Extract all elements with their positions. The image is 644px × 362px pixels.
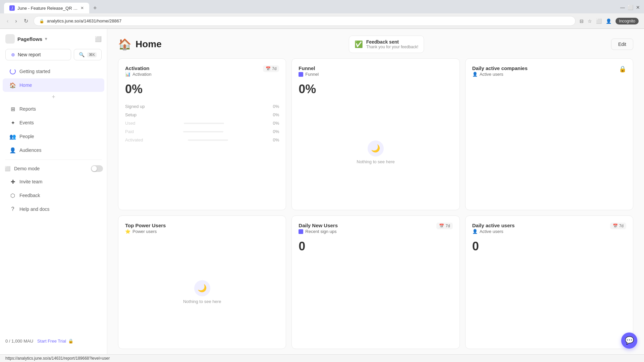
tpu-card-title-area: Top Power Users ⭐ Power users xyxy=(125,223,166,234)
activation-card: Activation 📊 Activation 📅 7d 0% Signed xyxy=(118,58,286,210)
invite-team-label: Invite team xyxy=(19,179,42,184)
sidebar-item-feedback[interactable]: ⬡ Feedback xyxy=(3,189,104,202)
edit-button[interactable]: Edit xyxy=(611,39,633,50)
sidebar-header: Pageflows ▾ ⬜ xyxy=(0,34,107,49)
sidebar-item-reports[interactable]: ⊞ Reports xyxy=(3,102,104,116)
activation-card-value: 0% xyxy=(125,82,279,96)
funnel-empty-state: 🌙 Nothing to see here xyxy=(299,102,452,203)
sidebar-item-people[interactable]: 👥 People xyxy=(3,130,104,143)
dau-subtitle-icon: 👤 xyxy=(472,229,478,234)
signed-up-label: Signed up xyxy=(125,104,145,109)
demo-mode-toggle[interactable] xyxy=(91,165,103,172)
signed-up-val: 0% xyxy=(273,104,279,109)
funnel-card-title-area: Funnel Funnel xyxy=(299,65,319,77)
profile-icon[interactable]: 👤 xyxy=(606,18,611,24)
toggle-knob xyxy=(92,166,97,171)
active-tab[interactable]: J June - Feature Release_QR Code... ✕ xyxy=(4,3,89,13)
cast-icon[interactable]: ⊟ xyxy=(580,18,584,24)
calendar-icon: 📅 xyxy=(266,66,271,71)
feedback-check-icon: ✅ xyxy=(355,40,363,48)
funnel-card-title: Funnel xyxy=(299,65,319,71)
daily-active-companies-card: Daily active companies 👤 Active users 🔒 xyxy=(465,58,633,210)
setup-val: 0% xyxy=(273,112,279,117)
sidebar-item-audiences[interactable]: 👤 Audiences xyxy=(3,143,104,157)
daily-active-users-card: Daily active users 👤 Active users 📅 7d 0 xyxy=(465,216,633,349)
home-label: Home xyxy=(19,82,32,88)
activation-card-badge: 📅 7d xyxy=(263,65,279,72)
tpu-empty-text: Nothing to see here xyxy=(183,299,221,304)
workspace-icon xyxy=(5,34,15,44)
demo-mode-label: Demo mode xyxy=(14,166,91,171)
extension-icon[interactable]: ⬜ xyxy=(596,18,602,24)
sidebar-nav: Getting started 🏠 Home + ⊞ Reports ✦ Eve… xyxy=(0,64,107,333)
chat-widget-button[interactable]: 💬 xyxy=(621,333,637,349)
activation-subtitle-icon: 📊 xyxy=(125,72,130,77)
browser-chrome: J June - Feature Release_QR Code... ✕ + … xyxy=(0,0,644,29)
dnu-card-title-area: Daily New Users Recent sign ups xyxy=(299,223,338,234)
dac-card-subtitle: 👤 Active users xyxy=(472,72,528,77)
main-content: 🏠 Home ✅ Feedback sent Thank you for you… xyxy=(107,29,644,354)
help-docs-label: Help and docs xyxy=(19,206,50,212)
daily-new-users-card: Daily New Users Recent sign ups 📅 7d 0 xyxy=(291,216,460,349)
search-kbd: ⌘K xyxy=(87,52,97,57)
sidebar-item-events[interactable]: ✦ Events xyxy=(3,116,104,129)
used-bar xyxy=(184,123,224,124)
activated-bar xyxy=(188,139,228,141)
start-trial-button[interactable]: Start Free Trial 🔒 xyxy=(37,339,73,344)
tpu-empty-state: 🌙 Nothing to see here xyxy=(125,242,279,342)
sidebar-actions: ⊕ New report 🔍 ⌘K xyxy=(0,49,107,64)
workspace-name[interactable]: Pageflows ▾ xyxy=(5,34,47,44)
feedback-icon: ⬡ xyxy=(9,192,16,199)
lock-url-icon: 🔒 xyxy=(39,19,44,23)
incognito-badge: Incognito xyxy=(615,18,639,24)
bookmark-icon[interactable]: ☆ xyxy=(588,18,592,24)
dau-card-value: 0 xyxy=(472,239,626,253)
refresh-button[interactable]: ↻ xyxy=(22,16,30,25)
tab-bar: J June - Feature Release_QR Code... ✕ + … xyxy=(0,0,644,13)
tab-favicon: J xyxy=(9,5,15,11)
setup-label: Setup xyxy=(125,112,137,117)
mau-text: 0 / 1,000 MAU xyxy=(5,339,33,344)
tab-minimize-icon[interactable]: — xyxy=(620,5,625,10)
tpu-card-subtitle: ⭐ Power users xyxy=(125,229,166,234)
sidebar-item-invite-team[interactable]: ✚ Invite team xyxy=(3,175,104,188)
forward-button[interactable]: › xyxy=(14,17,18,25)
funnel-subtitle-text: Funnel xyxy=(305,72,319,77)
url-bar[interactable]: 🔒 analytics.june.so/a/14631/home/28867 xyxy=(34,16,576,26)
tpu-subtitle-text: Power users xyxy=(132,229,157,234)
dau-card-badge: 📅 7d xyxy=(610,223,626,229)
search-icon: 🔍 xyxy=(79,52,85,57)
feedback-banner-title: Feedback sent xyxy=(366,39,418,45)
list-item-activated: Activated 0% xyxy=(125,136,279,143)
page-title-icon: 🏠 xyxy=(118,38,131,51)
workspace-chevron-icon: ▾ xyxy=(45,37,47,41)
feedback-banner-text: Feedback sent Thank you for your feedbac… xyxy=(366,39,418,49)
search-button[interactable]: 🔍 ⌘K xyxy=(74,49,102,60)
tab-restore-icon[interactable]: ⬜ xyxy=(628,5,633,10)
funnel-card-subtitle: Funnel xyxy=(299,72,319,77)
reports-label: Reports xyxy=(19,106,36,112)
activation-card-title-area: Activation 📊 Activation xyxy=(125,65,151,77)
new-tab-button[interactable]: + xyxy=(91,3,100,13)
used-val: 0% xyxy=(273,121,279,126)
sidebar-item-home[interactable]: 🏠 Home xyxy=(3,78,104,92)
help-docs-icon: ? xyxy=(9,206,16,213)
dau-subtitle-text: Active users xyxy=(480,229,503,234)
mau-info: 0 / 1,000 MAU Start Free Trial 🔒 xyxy=(5,336,102,346)
sidebar-item-getting-started[interactable]: Getting started xyxy=(3,65,104,78)
funnel-empty-icon: 🌙 xyxy=(368,140,384,157)
new-report-button[interactable]: ⊕ New report xyxy=(5,49,71,60)
sidebar-collapse-button[interactable]: ⬜ xyxy=(95,36,102,42)
tab-close-icon[interactable]: ✕ xyxy=(80,6,84,10)
back-button[interactable]: ‹ xyxy=(5,17,10,25)
funnel-card: Funnel Funnel 0% 🌙 Nothing to see here xyxy=(291,58,460,210)
feedback-banner: ✅ Feedback sent Thank you for your feedb… xyxy=(349,36,424,53)
top-power-users-card: Top Power Users ⭐ Power users 🌙 Nothing … xyxy=(118,216,286,349)
page-title-area: 🏠 Home xyxy=(118,38,162,51)
status-bar-url: https://analytics.june.so/a/14631/report… xyxy=(5,356,110,361)
nav-divider xyxy=(5,160,102,160)
tab-close-window-icon[interactable]: ✕ xyxy=(636,5,640,10)
add-section-button[interactable]: + xyxy=(52,94,55,101)
dac-card-title-area: Daily active companies 👤 Active users xyxy=(472,65,528,77)
sidebar-item-help-docs[interactable]: ? Help and docs xyxy=(3,202,104,216)
